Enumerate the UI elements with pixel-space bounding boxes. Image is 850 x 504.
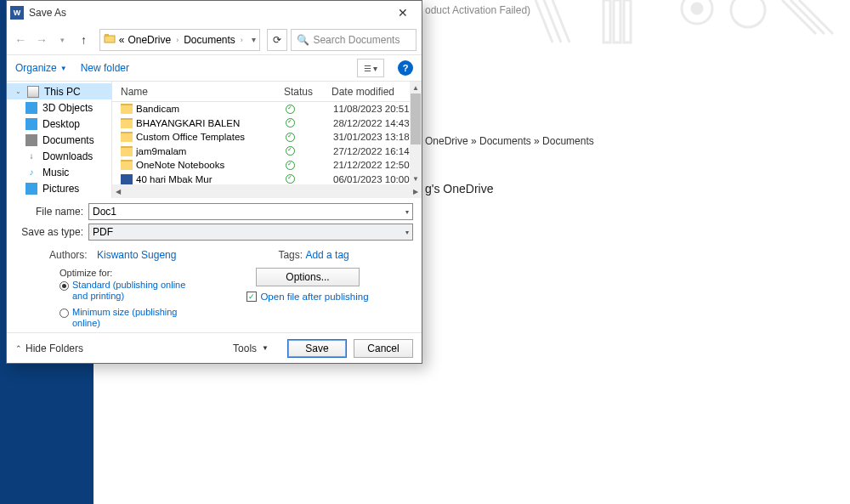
scroll-thumb[interactable] <box>411 93 421 144</box>
optimize-minimum-radio[interactable]: Minimum size (publishing online) <box>60 307 202 329</box>
search-input[interactable]: 🔍 Search Documents <box>291 29 416 51</box>
svg-rect-1 <box>614 0 620 42</box>
tree-3d-objects[interactable]: 3D Objects <box>7 99 111 116</box>
search-placeholder: Search Documents <box>313 34 400 46</box>
authors-label: Authors: <box>49 249 97 261</box>
file-name: Custom Office Templates <box>136 132 286 142</box>
svg-rect-7 <box>105 34 109 37</box>
file-status <box>286 105 333 114</box>
checkbox-icon: ✓ <box>246 292 257 302</box>
nav-tree[interactable]: ⌄ This PC 3D Objects Desktop Documents ↓… <box>7 82 112 198</box>
radio-icon <box>60 309 69 318</box>
scrollbar-horizontal[interactable]: ◀ ▶ <box>112 184 422 198</box>
scroll-right-icon[interactable]: ▶ <box>410 188 422 195</box>
list-item[interactable]: jam9malam27/12/2022 16:14 <box>112 144 422 159</box>
close-button[interactable]: ✕ <box>388 3 418 23</box>
file-status <box>286 174 333 184</box>
address-bar[interactable]: « OneDrive › Documents › ▾ <box>99 29 260 51</box>
tree-music[interactable]: ♪Music <box>7 164 111 180</box>
refresh-button[interactable]: ⟳ <box>267 29 288 51</box>
hide-folders-button[interactable]: ⌃ Hide Folders <box>15 343 83 354</box>
recent-drop[interactable]: ▾ <box>54 31 71 49</box>
chevron-up-icon: ⌃ <box>15 344 22 353</box>
optimize-standard-radio[interactable]: Standard (publishing online and printing… <box>60 280 202 302</box>
cancel-button[interactable]: Cancel <box>354 339 413 358</box>
tags-value[interactable]: Add a tag <box>305 249 348 261</box>
options-button[interactable]: Options... <box>256 268 360 286</box>
folder-icon <box>121 104 133 114</box>
file-name: 40 hari Mbak Mur <box>136 174 286 184</box>
svg-rect-6 <box>105 36 115 42</box>
synced-icon <box>286 174 295 184</box>
file-name: Bandicam <box>136 104 286 114</box>
dialog-footer: ⌃ Hide Folders Tools ▼ Save Cancel <box>7 332 422 363</box>
titlebar: W Save As ✕ <box>7 1 422 25</box>
chevron-down-icon[interactable]: ▾ <box>405 208 409 216</box>
col-date[interactable]: Date modified <box>332 86 422 98</box>
desktop-icon <box>26 118 37 130</box>
svg-rect-2 <box>624 0 631 42</box>
list-item[interactable]: BHAYANGKARI BALEN28/12/2022 14:43 <box>112 116 422 131</box>
file-date: 11/08/2023 20:51 <box>333 104 422 114</box>
synced-icon <box>286 161 295 170</box>
synced-icon <box>286 146 295 156</box>
open-after-checkbox[interactable]: ✓ Open file after publishing <box>202 292 413 302</box>
bg-breadcrumb: OneDrive » Documents » Documents <box>425 135 594 147</box>
address-drop-icon[interactable]: ▾ <box>252 35 256 44</box>
filetype-select[interactable]: PDF ▾ <box>88 224 413 241</box>
file-name: BHAYANGKARI BALEN <box>136 118 286 128</box>
search-icon: 🔍 <box>297 34 309 46</box>
file-name: jam9malam <box>136 146 286 156</box>
file-date: 27/12/2022 16:14 <box>333 146 422 156</box>
chevron-down-icon[interactable]: ▾ <box>405 229 409 236</box>
file-date: 28/12/2022 14:43 <box>333 118 422 128</box>
scrollbar-vertical[interactable]: ▲ ▼ <box>410 82 422 184</box>
tags-label: Tags: <box>278 249 305 261</box>
downloads-icon: ↓ <box>26 150 37 162</box>
list-item[interactable]: OneNote Notebooks21/12/2022 12:50 <box>112 158 422 173</box>
filename-input[interactable]: Doc1 ▾ <box>88 203 413 220</box>
file-date: 21/12/2022 12:50 <box>333 160 422 170</box>
view-mode-button[interactable]: ☰ ▾ <box>357 59 384 77</box>
crumb-2[interactable]: Documents <box>184 34 235 46</box>
chevron-down-icon: ▼ <box>262 344 269 352</box>
svg-rect-0 <box>604 0 610 42</box>
list-item[interactable]: Bandicam11/08/2023 20:51 <box>112 102 422 116</box>
pc-icon <box>27 86 39 98</box>
back-button[interactable]: ← <box>12 31 30 49</box>
toolbar: Organize ▼ New folder ☰ ▾ ? <box>7 55 422 81</box>
filetype-label: Save as type: <box>15 226 88 238</box>
tree-downloads[interactable]: ↓Downloads <box>7 148 111 164</box>
tree-desktop[interactable]: Desktop <box>7 116 111 132</box>
new-folder-button[interactable]: New folder <box>81 62 129 74</box>
tree-pictures[interactable]: Pictures <box>7 180 111 196</box>
help-button[interactable]: ? <box>398 60 413 76</box>
col-name[interactable]: Name <box>121 86 284 98</box>
folder-icon <box>121 146 133 156</box>
save-form: File name: Doc1 ▾ Save as type: PDF ▾ Au… <box>7 198 422 332</box>
bg-onedrive-label: g's OneDrive <box>425 182 493 195</box>
optimize-label: Optimize for: <box>60 268 112 278</box>
crumb-1[interactable]: OneDrive <box>128 34 171 46</box>
tools-menu[interactable]: Tools ▼ <box>233 343 269 354</box>
synced-icon <box>286 133 295 142</box>
tree-documents[interactable]: Documents <box>7 132 111 148</box>
save-button[interactable]: Save <box>287 339 347 358</box>
authors-value[interactable]: Kiswanto Sugeng <box>97 249 176 261</box>
scroll-down-icon[interactable]: ▼ <box>410 173 422 184</box>
tree-this-pc[interactable]: ⌄ This PC <box>7 83 111 99</box>
forward-button[interactable]: → <box>33 31 51 49</box>
folder-icon <box>104 32 116 47</box>
up-button[interactable]: ↑ <box>75 31 93 49</box>
col-status[interactable]: Status <box>284 86 332 98</box>
list-header[interactable]: Name Status Date modified <box>112 82 422 102</box>
organize-menu[interactable]: Organize ▼ <box>15 62 67 74</box>
scroll-up-icon[interactable]: ▲ <box>410 82 422 93</box>
scroll-left-icon[interactable]: ◀ <box>112 188 124 195</box>
music-icon: ♪ <box>26 167 37 178</box>
bg-title: oduct Activation Failed) <box>425 4 530 16</box>
svg-point-5 <box>731 0 765 27</box>
list-item[interactable]: Custom Office Templates31/01/2023 13:18 <box>112 130 422 144</box>
filename-label: File name: <box>15 206 88 218</box>
save-as-dialog: W Save As ✕ ← → ▾ ↑ « OneDrive › Documen… <box>6 0 422 364</box>
